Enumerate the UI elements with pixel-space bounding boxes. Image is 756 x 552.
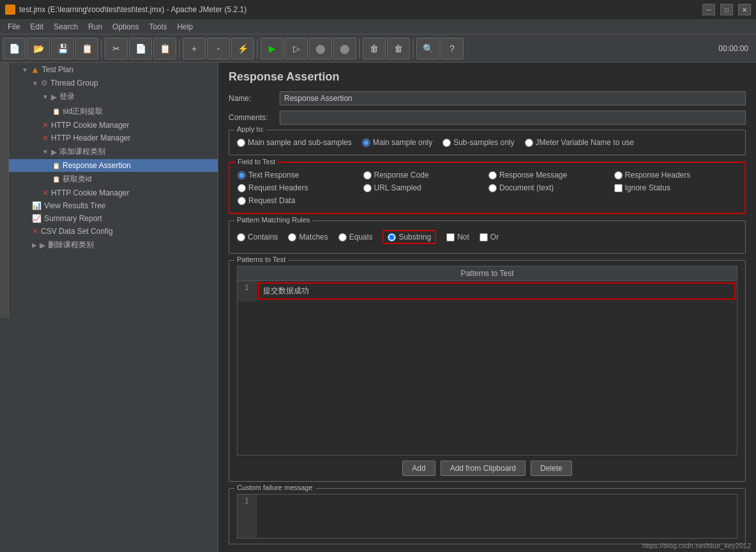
sidebar-item-csv[interactable]: ✕ CSV Data Set Config <box>9 225 218 238</box>
add-button[interactable]: Add <box>402 461 435 476</box>
toolbar-save-as[interactable]: 📋 <box>75 38 98 59</box>
toolbar-open[interactable]: 📂 <box>27 38 50 59</box>
toolbar-search[interactable]: 🔍 <box>416 38 439 59</box>
arrow-delete: ▶ <box>32 241 37 249</box>
radio-main-sub[interactable]: Main sample and sub-samples <box>237 138 352 147</box>
checkbox-ignore-status[interactable]: Ignore Status <box>614 183 737 192</box>
custom-msg-input[interactable] <box>257 494 737 538</box>
sidebar-label-add-course: 添加课程类别 <box>59 146 105 157</box>
toolbar-start-no-pause[interactable]: ▷ <box>285 38 308 59</box>
toolbar-stop[interactable]: ⬤ <box>309 38 332 59</box>
threadgroup-icon: ⚙ <box>41 79 48 88</box>
menu-item-edit[interactable]: Edit <box>25 21 49 33</box>
close-button[interactable]: ✕ <box>738 4 751 15</box>
radio-main-only[interactable]: Main sample only <box>362 138 432 147</box>
radio-response-code[interactable]: Response Code <box>363 171 487 180</box>
label-ignore-status: Ignore Status <box>625 183 670 192</box>
custom-msg-area: 1 <box>237 494 737 539</box>
apply-to-radio-group: Main sample and sub-samples Main sample … <box>237 135 737 150</box>
title-bar: test.jmx (E:\learning\rood\test\test\tes… <box>0 0 756 19</box>
toolbar: 📄 📂 💾 📋 ✂ 📄 📋 + - ⚡ ▶ ▷ ⬤ ⬤ 🗑 🗑 🔍 ? 00:0… <box>0 34 756 63</box>
toolbar-shutdown[interactable]: ⬤ <box>333 38 356 59</box>
delete-button[interactable]: Delete <box>531 461 572 476</box>
csv-icon: ✕ <box>32 227 38 236</box>
pattern-matching-section: Pattern Matching Rules Contains Matches … <box>229 220 746 254</box>
sidebar-item-results-tree[interactable]: 📊 View Results Tree <box>9 199 218 212</box>
radio-text-response[interactable]: Text Response <box>238 171 361 180</box>
sidebar-label-cookie2: HTTP Cookie Manager <box>51 188 130 197</box>
sidebar-item-header[interactable]: ✕ HTTP Header Manager <box>9 132 218 144</box>
toolbar-paste[interactable]: 📋 <box>153 38 176 59</box>
radio-document[interactable]: Document (text) <box>488 183 612 192</box>
checkbox-or[interactable]: Or <box>480 233 499 241</box>
panel-title: Response Assertion <box>229 70 746 84</box>
minimize-button[interactable]: ─ <box>702 4 715 15</box>
toolbar-clear-all[interactable]: 🗑 <box>387 38 410 59</box>
toolbar-clear[interactable]: 🗑 <box>363 38 386 59</box>
label-sub-only: Sub-samples only <box>453 138 514 147</box>
label-document: Document (text) <box>499 183 554 192</box>
radio-response-msg[interactable]: Response Message <box>488 171 612 180</box>
sidebar-label-delete-course: 删除课程类别 <box>48 240 94 250</box>
pmr-label: Pattern Matching Rules <box>234 216 312 224</box>
sidebar-label-testplan: Test Plan <box>42 65 73 74</box>
window-controls: ─ □ ✕ <box>702 4 751 15</box>
sidebar-item-login[interactable]: ▼ ▶ 登录 <box>9 89 218 104</box>
menu-item-search[interactable]: Search <box>49 21 83 33</box>
radio-contains[interactable]: Contains <box>237 233 278 241</box>
menu-item-help[interactable]: Help <box>172 21 198 33</box>
menu-item-file[interactable]: File <box>3 21 25 33</box>
menu-item-options[interactable]: Options <box>107 21 144 33</box>
patterns-cell-1[interactable]: 提交数据成功 <box>258 282 736 300</box>
patterns-empty-area <box>238 302 737 455</box>
sidebar-item-add-course[interactable]: ▼ ▶ 添加课程类别 <box>9 144 218 159</box>
sidebar-item-getid[interactable]: 📋 获取类id <box>9 172 218 187</box>
name-input[interactable] <box>280 91 746 105</box>
radio-sub-only[interactable]: Sub-samples only <box>442 138 514 147</box>
sidebar-item-delete-course[interactable]: ▶ ▶ 删除课程类别 <box>9 238 218 252</box>
toolbar-help[interactable]: ? <box>441 38 464 59</box>
sidebar-item-testplan[interactable]: ▼ ▲ Test Plan <box>9 63 218 77</box>
radio-jmeter-var[interactable]: JMeter Variable Name to use <box>525 138 635 147</box>
sidebar-item-sid[interactable]: 📋 sid正则提取 <box>9 104 218 119</box>
radio-response-headers[interactable]: Response Headers <box>614 171 737 180</box>
sidebar-item-response-assertion[interactable]: 📋 Response Assertion <box>9 159 218 172</box>
toolbar-toggle[interactable]: ⚡ <box>231 38 254 59</box>
menu-item-run[interactable]: Run <box>83 21 107 33</box>
sidebar-label-summary: Summary Report <box>44 214 102 223</box>
radio-matches[interactable]: Matches <box>288 233 328 241</box>
label-main-sub: Main sample and sub-samples <box>248 138 352 147</box>
buttons-row: Add Add from Clipboard Delete <box>237 461 737 476</box>
sidebar-item-cookie2[interactable]: ✕ HTTP Cookie Manager <box>9 187 218 199</box>
toolbar-new[interactable]: 📄 <box>3 38 26 59</box>
sidebar-item-cookie1[interactable]: ✕ HTTP Cookie Manager <box>9 119 218 132</box>
add-clipboard-button[interactable]: Add from Clipboard <box>441 461 525 476</box>
sidebar-item-summary[interactable]: 📈 Summary Report <box>9 212 218 225</box>
toolbar-collapse[interactable]: - <box>207 38 230 59</box>
label-request-data: Request Data <box>248 196 295 205</box>
sidebar-label-header: HTTP Header Manager <box>51 134 131 142</box>
toolbar-expand[interactable]: + <box>183 38 206 59</box>
toolbar-save[interactable]: 💾 <box>51 38 74 59</box>
menu-item-tools[interactable]: Tools <box>144 21 172 33</box>
maximize-button[interactable]: □ <box>720 4 733 15</box>
radio-url-sampled[interactable]: URL Sampled <box>363 183 487 192</box>
toolbar-start[interactable]: ▶ <box>261 38 284 59</box>
arrow-icon-tg: ▼ <box>32 80 38 87</box>
toolbar-time: 00:00:00 <box>718 44 753 53</box>
sidebar-label-login: 登录 <box>59 91 75 102</box>
toolbar-sep1 <box>101 39 102 58</box>
label-response-msg: Response Message <box>499 171 567 180</box>
radio-equals[interactable]: Equals <box>338 233 373 241</box>
toolbar-copy[interactable]: 📄 <box>129 38 152 59</box>
sidebar-item-threadgroup[interactable]: ▼ ⚙ Thread Group <box>9 77 218 89</box>
sidebar-label-results: View Results Tree <box>44 201 106 210</box>
field-to-test-label: Field to Test <box>235 158 278 165</box>
radio-request-headers[interactable]: Request Headers <box>238 183 361 192</box>
header-icon: ✕ <box>42 134 49 142</box>
label-substring: Substring <box>398 233 431 241</box>
toolbar-cut[interactable]: ✂ <box>105 38 128 59</box>
checkbox-not[interactable]: Not <box>446 233 469 241</box>
radio-request-data[interactable]: Request Data <box>238 196 361 205</box>
comments-input[interactable] <box>280 111 746 125</box>
